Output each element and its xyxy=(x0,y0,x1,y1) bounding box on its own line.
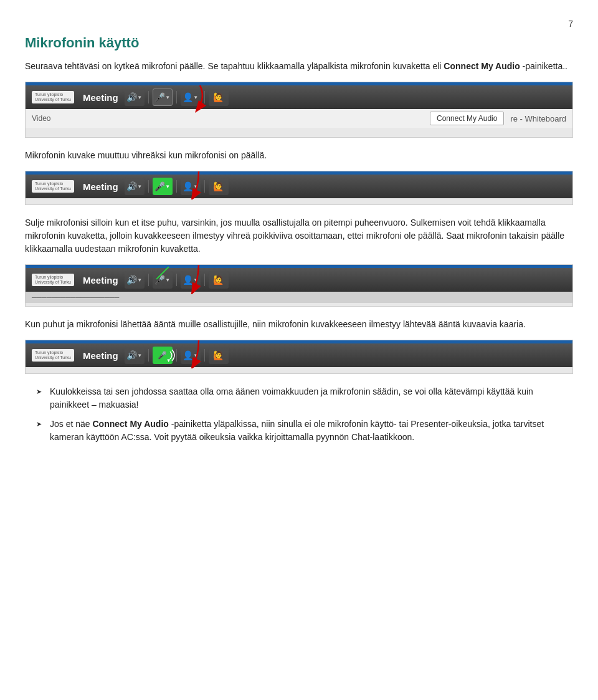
speaker-arrow-4: ▼ xyxy=(137,353,142,358)
bottom-bar-3: ────────────────── xyxy=(26,292,572,303)
webcam-icon-box-4[interactable]: 👤 ▼ xyxy=(181,347,201,364)
speaker-icon-box-3[interactable]: 🔊 ▼ xyxy=(125,271,145,289)
p1-text: Seuraava tehtäväsi on kytkeä mikrofoni p… xyxy=(25,61,444,71)
para-4: Kun puhut ja mikrofonisi lähettää ääntä … xyxy=(25,318,573,331)
speaker-icon-3: 🔊 xyxy=(126,275,137,285)
raise-hand-icon-4: 🙋 xyxy=(213,350,224,360)
mic-arrow: ▼ xyxy=(165,95,170,100)
speaker-icon: 🔊 xyxy=(126,92,137,102)
speaker-icon-2: 🔊 xyxy=(126,181,137,191)
speaker-icon-4: 🔊 xyxy=(126,350,137,360)
mic-icon-box-4-active[interactable]: 🎤 ▼ xyxy=(153,347,173,364)
mic-icon-box-2-green[interactable]: 🎤 ▼ xyxy=(153,178,173,195)
raise-hand-icon-box[interactable]: 🙋 xyxy=(209,89,229,106)
mic-arrow-2: ▼ xyxy=(165,184,170,189)
meeting-label-3: Meeting xyxy=(83,275,118,285)
meeting-label-4: Meeting xyxy=(83,350,118,361)
webcam-arrow: ▼ xyxy=(193,95,198,100)
video-label: Video xyxy=(32,114,50,123)
sep6 xyxy=(204,180,205,193)
toolbar-icons-3: 🔊 ▼ 🎤 ▼ 👤 ▼ 🙋 xyxy=(125,271,229,289)
screenshot-2: Turun yliopistoUniversity of Turku Meeti… xyxy=(25,171,573,205)
bullet-list: Kuulokkeissa tai sen johdossa saattaa ol… xyxy=(37,385,573,444)
webcam-arrow-3: ▼ xyxy=(193,277,198,283)
mic-icon-box-3-muted[interactable]: 🎤 ▼ xyxy=(153,271,173,289)
mic-icon-2: 🎤 xyxy=(154,181,165,191)
sep10 xyxy=(148,349,149,362)
webcam-icon: 👤 xyxy=(183,92,193,102)
meeting-bar-3: Turun yliopistoUniversity of Turku Meeti… xyxy=(26,268,572,292)
bullet-2-bold: Connect My Audio xyxy=(93,419,169,429)
mic-icon: 🎤 xyxy=(154,92,165,102)
page-number: 7 xyxy=(25,19,573,29)
screenshot-3: Turun yliopistoUniversity of Turku Meeti… xyxy=(25,264,573,307)
logo-1: Turun yliopistoUniversity of Turku xyxy=(32,91,74,104)
meeting-label-2: Meeting xyxy=(83,181,118,192)
mic-arrow-4: ▼ xyxy=(166,358,171,363)
logo-4: Turun yliopistoUniversity of Turku xyxy=(32,349,74,362)
webcam-icon-4: 👤 xyxy=(183,350,193,360)
sep3 xyxy=(204,91,205,103)
raise-hand-icon-box-3[interactable]: 🙋 xyxy=(209,271,229,289)
sep12 xyxy=(204,349,205,362)
bullet-item-1: Kuulokkeissa tai sen johdossa saattaa ol… xyxy=(37,385,573,411)
sep2 xyxy=(176,91,177,103)
second-row-1: Video Connect My Audio re - Whiteboard xyxy=(26,109,572,128)
webcam-arrow-4: ▼ xyxy=(193,353,198,358)
logo-3: Turun yliopistoUniversity of Turku xyxy=(32,274,74,287)
meeting-bar-2: Turun yliopistoUniversity of Turku Meeti… xyxy=(26,175,572,198)
speaker-arrow: ▼ xyxy=(137,95,142,100)
whiteboard-text-1: re - Whiteboard xyxy=(510,114,566,123)
sep4 xyxy=(148,180,149,193)
sep1 xyxy=(148,91,149,103)
screenshot-1: Turun yliopistoUniversity of Turku Meeti… xyxy=(25,82,573,138)
page-title: Mikrofonin käyttö xyxy=(25,35,573,51)
intro-paragraph: Seuraava tehtäväsi on kytkeä mikrofoni p… xyxy=(25,60,573,73)
speaker-icon-box[interactable]: 🔊 ▼ xyxy=(125,89,145,106)
sep11 xyxy=(176,349,177,362)
webcam-icon-2: 👤 xyxy=(183,181,193,191)
sep9 xyxy=(204,274,205,286)
raise-hand-icon-2: 🙋 xyxy=(213,181,224,191)
p1-end: -painiketta.. xyxy=(520,61,567,71)
raise-hand-icon: 🙋 xyxy=(213,92,224,102)
toolbar-icons-4: 🔊 ▼ 🎤 ▼ 👤 ▼ 🙋 xyxy=(125,347,229,364)
screenshot-4: Turun yliopistoUniversity of Turku Meeti… xyxy=(25,340,573,374)
webcam-arrow-2: ▼ xyxy=(193,184,198,189)
sound-wave-svg: 🎤 xyxy=(153,347,175,364)
logo-2: Turun yliopistoUniversity of Turku xyxy=(32,180,74,193)
toolbar-icons-2: 🔊 ▼ 🎤 ▼ 👤 ▼ 🙋 xyxy=(125,178,229,195)
sep5 xyxy=(176,180,177,193)
p1-bold: Connect My Audio xyxy=(444,61,520,71)
speaker-arrow-2: ▼ xyxy=(137,184,142,189)
toolbar-icons-1: 🔊 ▼ 🎤 ▼ 👤 ▼ 🙋 xyxy=(125,89,229,106)
webcam-icon-box-2[interactable]: 👤 ▼ xyxy=(181,178,201,195)
sep7 xyxy=(148,274,149,286)
raise-hand-icon-box-2[interactable]: 🙋 xyxy=(209,178,229,195)
para-3: Sulje mikrofonisi silloin kun et itse pu… xyxy=(25,216,573,256)
webcam-icon-box-3[interactable]: 👤 ▼ xyxy=(181,271,201,289)
webcam-icon-3: 👤 xyxy=(183,275,193,285)
meeting-bar-4: Turun yliopistoUniversity of Turku Meeti… xyxy=(26,343,572,367)
mic-arrow-3: ▼ xyxy=(165,277,170,283)
connect-my-audio-btn[interactable]: Connect My Audio xyxy=(430,112,504,125)
sep8 xyxy=(176,274,177,286)
bottom-bar-text-3: ────────────────── xyxy=(32,294,119,301)
bullet-1-text: Kuulokkeissa tai sen johdossa saattaa ol… xyxy=(50,386,533,410)
svg-text:🎤: 🎤 xyxy=(158,350,167,360)
meeting-label-1: Meeting xyxy=(83,92,118,103)
raise-hand-icon-box-4[interactable]: 🙋 xyxy=(209,347,229,364)
para-2: Mikrofonin kuvake muuttuu vihreäksi kun … xyxy=(25,149,573,162)
mic-icon-box-1[interactable]: 🎤 ▼ xyxy=(153,89,173,106)
speaker-icon-box-2[interactable]: 🔊 ▼ xyxy=(125,178,145,195)
webcam-icon-box[interactable]: 👤 ▼ xyxy=(181,89,201,106)
speaker-arrow-3: ▼ xyxy=(137,277,142,283)
raise-hand-icon-3: 🙋 xyxy=(213,275,224,285)
speaker-icon-box-4[interactable]: 🔊 ▼ xyxy=(125,347,145,364)
meeting-bar-1: Turun yliopistoUniversity of Turku Meeti… xyxy=(26,85,572,109)
bullet-2-text-start: Jos et näe xyxy=(50,419,93,429)
bullet-item-2: Jos et näe Connect My Audio -painiketta … xyxy=(37,418,573,444)
